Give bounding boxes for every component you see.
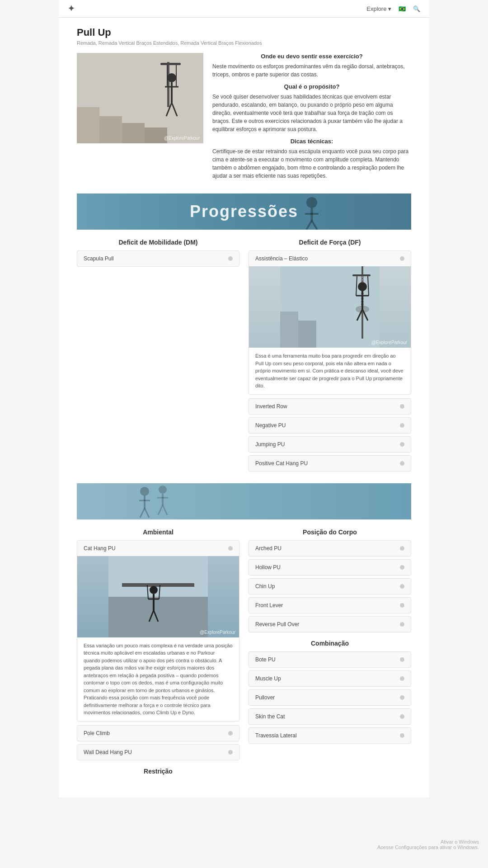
svg-rect-21 bbox=[280, 311, 298, 348]
wall-dead-hang-label: Wall Dead Hang PU bbox=[84, 749, 132, 755]
col-forca: Deficit de Força (DF) Assistência – Elás… bbox=[249, 239, 411, 474]
chin-up-item[interactable]: Chin Up bbox=[249, 578, 411, 594]
svg-rect-3 bbox=[122, 123, 145, 143]
positive-cat-dot bbox=[400, 461, 404, 466]
cathand-bg bbox=[77, 556, 239, 637]
explore-nav[interactable]: Explore ▾ bbox=[366, 5, 391, 12]
svg-rect-22 bbox=[298, 321, 316, 348]
svg-point-27 bbox=[358, 282, 367, 291]
svg-rect-1 bbox=[77, 107, 99, 143]
assistencia-dot bbox=[400, 256, 404, 261]
svg-point-40 bbox=[159, 486, 167, 494]
assistencia-caption: @ExploreParkour bbox=[371, 340, 407, 345]
pole-climb-dot bbox=[228, 731, 233, 736]
svg-rect-47 bbox=[108, 597, 208, 637]
assistencia-body: Essa é uma ferramenta muito boa para pro… bbox=[249, 348, 411, 394]
question1: Onde eu devo sentir esse exercício? bbox=[212, 53, 411, 60]
pullover-item[interactable]: Pullover bbox=[249, 689, 411, 706]
front-lever-item[interactable]: Front Lever bbox=[249, 597, 411, 613]
answer2: Se você quiser desenvolver suas habilida… bbox=[212, 93, 411, 133]
inverted-row-item[interactable]: Inverted Row bbox=[249, 398, 411, 415]
jumping-pu-label: Jumping PU bbox=[255, 441, 285, 448]
stair-image-bg bbox=[77, 53, 203, 143]
main-content: Pull Up Remada, Remada Vertical Braços E… bbox=[59, 18, 429, 797]
bote-pu-dot bbox=[400, 657, 404, 662]
positive-cat-label: Positive Cat Hang PU bbox=[255, 460, 308, 467]
front-lever-label: Front Lever bbox=[255, 602, 283, 609]
progressoes-label: Progressões bbox=[190, 202, 298, 221]
wall-dead-hang-item[interactable]: Wall Dead Hang PU bbox=[77, 744, 239, 760]
svg-rect-24 bbox=[352, 274, 371, 276]
header: ✦ Explore ▾ 🇧🇷 🔍 bbox=[59, 0, 429, 18]
assistencia-card-header[interactable]: Assistência – Elástico bbox=[249, 251, 411, 266]
travessia-item[interactable]: Travessia Lateral bbox=[249, 727, 411, 744]
muscle-up-item[interactable]: Muscle Up bbox=[249, 670, 411, 687]
col-posicao: Posição do Corpo Arched PU Hollow PU Chi… bbox=[249, 528, 411, 779]
cathang-caption: @ExploreParkour bbox=[200, 630, 235, 635]
hollow-pu-item[interactable]: Hollow PU bbox=[249, 559, 411, 576]
elastic-bg bbox=[249, 266, 411, 348]
pole-climb-item[interactable]: Pole Climb bbox=[77, 725, 239, 741]
col-mobilidade: Deficit de Mobilidade (DM) Scapula Pull bbox=[77, 239, 239, 474]
modificadores-section: Ambiental Cat Hang PU bbox=[77, 528, 411, 779]
positive-cat-item[interactable]: Positive Cat Hang PU bbox=[249, 455, 411, 472]
svg-point-35 bbox=[140, 487, 149, 496]
assistencia-image: @ExploreParkour bbox=[249, 266, 411, 348]
svg-rect-46 bbox=[108, 556, 208, 597]
progressoes-section: Deficit de Mobilidade (DM) Scapula Pull … bbox=[77, 239, 411, 474]
hollow-pu-label: Hollow PU bbox=[255, 564, 281, 571]
modificadores-banner-bg bbox=[77, 483, 411, 519]
jumping-pu-dot bbox=[400, 442, 404, 447]
svg-rect-2 bbox=[99, 116, 122, 143]
forca-title: Deficit de Força (DF) bbox=[249, 239, 411, 246]
svg-rect-34 bbox=[77, 483, 411, 519]
cat-hang-body: Essa variação um pouco mais complexa é n… bbox=[77, 637, 239, 721]
modificadores-banner: Modificadores bbox=[77, 483, 411, 519]
scapula-pull-item[interactable]: Scapula Pull bbox=[77, 250, 239, 267]
bote-pu-label: Bote PU bbox=[255, 656, 276, 663]
reverse-pull-label: Reverse Pull Over bbox=[255, 621, 299, 627]
search-icon[interactable]: 🔍 bbox=[413, 5, 420, 12]
main-exercise-image: @ExploreParkour bbox=[77, 53, 203, 143]
info-section: Onde eu devo sentir esse exercício? Nest… bbox=[212, 53, 411, 184]
assistencia-card: Assistência – Elástico bbox=[249, 250, 411, 395]
svg-point-6 bbox=[167, 73, 176, 82]
negative-pu-item[interactable]: Negative PU bbox=[249, 417, 411, 434]
pullover-label: Pullover bbox=[255, 694, 275, 701]
arched-pu-item[interactable]: Arched PU bbox=[249, 540, 411, 557]
muscle-up-dot bbox=[400, 676, 404, 681]
inverted-row-dot bbox=[400, 404, 404, 409]
inverted-row-label: Inverted Row bbox=[255, 403, 287, 410]
svg-point-15 bbox=[306, 197, 317, 208]
skin-cat-dot bbox=[400, 714, 404, 719]
question2: Qual é o propósito? bbox=[212, 83, 411, 90]
reverse-pull-dot bbox=[400, 622, 404, 627]
col-ambiental: Ambiental Cat Hang PU bbox=[77, 528, 239, 779]
top-section: @ExploreParkour Onde eu devo sentir esse… bbox=[77, 53, 411, 184]
page-subtitle: Remada, Remada Vertical Braços Estendido… bbox=[77, 40, 411, 46]
wall-dead-hang-dot bbox=[228, 750, 233, 755]
chin-up-label: Chin Up bbox=[255, 583, 275, 590]
svg-rect-13 bbox=[160, 63, 181, 65]
question3: Dicas técnicas: bbox=[212, 138, 411, 145]
cat-hang-image: @ExploreParkour bbox=[77, 556, 239, 637]
mobilidade-title: Deficit de Mobilidade (DM) bbox=[77, 239, 239, 246]
bote-pu-item[interactable]: Bote PU bbox=[249, 651, 411, 668]
combinacao-title: Combinação bbox=[249, 640, 411, 647]
skin-cat-item[interactable]: Skin the Cat bbox=[249, 708, 411, 725]
pullover-dot bbox=[400, 695, 404, 700]
answer1: Neste movimento os esforços predominante… bbox=[212, 62, 411, 79]
progressoes-banner: Progressões bbox=[77, 193, 411, 230]
answer3: Certifique-se de estar retraindo sua esc… bbox=[212, 147, 411, 180]
reverse-pull-item[interactable]: Reverse Pull Over bbox=[249, 616, 411, 632]
page-title: Pull Up bbox=[77, 27, 411, 38]
cat-hang-header[interactable]: Cat Hang PU bbox=[77, 541, 239, 556]
cathang-illustration bbox=[77, 556, 239, 637]
cat-hang-title: Cat Hang PU bbox=[84, 545, 116, 552]
cat-hang-dot bbox=[228, 546, 233, 551]
arched-pu-dot bbox=[400, 546, 404, 551]
main-image-caption: @ExploreParkour bbox=[164, 136, 200, 141]
front-lever-dot bbox=[400, 603, 404, 608]
jumping-pu-item[interactable]: Jumping PU bbox=[249, 436, 411, 453]
skin-cat-label: Skin the Cat bbox=[255, 713, 285, 720]
